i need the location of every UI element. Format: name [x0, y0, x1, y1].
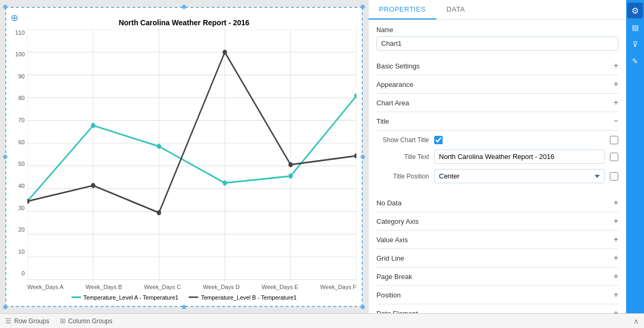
y-label: 100 — [12, 51, 25, 57]
title-position-checkbox[interactable] — [610, 172, 618, 181]
resize-handle-top[interactable] — [182, 5, 186, 9]
svg-point-19 — [91, 123, 95, 128]
section-appearance[interactable]: Appearance + — [376, 75, 618, 94]
name-field-group: Name — [376, 26, 618, 51]
section-chart-area[interactable]: Chart Area + — [376, 94, 618, 112]
y-label: 30 — [12, 205, 25, 211]
legend-item-b: Temperature_Level B - Temperature1 — [189, 294, 297, 301]
row-groups-icon: ☰ — [5, 317, 12, 325]
section-grid-line-label: Grid Line — [376, 254, 404, 262]
x-label: Week_Days C — [144, 284, 181, 290]
section-category-axis-toggle[interactable]: + — [614, 216, 618, 226]
x-label: Week_Days F — [320, 284, 356, 290]
y-axis: 110 100 90 80 70 60 50 40 30 20 10 0 — [12, 29, 27, 290]
title-text-input[interactable] — [434, 150, 605, 164]
x-label: Week_Days E — [262, 284, 299, 290]
column-groups-label: Column Groups — [68, 317, 113, 325]
right-sidebar: ⚙ ▤ ⊽ ✎ — [626, 0, 644, 313]
resize-handle-br[interactable] — [361, 305, 365, 309]
section-page-break[interactable]: Page Break + — [376, 267, 618, 286]
gear-icon-btn[interactable]: ⚙ — [627, 3, 643, 18]
section-position[interactable]: Position + — [376, 286, 618, 304]
chart-plot-area: Week_Days A Week_Days B Week_Days C Week… — [27, 29, 356, 290]
section-basic-settings-toggle[interactable]: + — [614, 61, 618, 71]
show-chart-title-row: Show Chart Title — [376, 136, 618, 144]
title-position-row: Title Position Center Left Right — [376, 169, 618, 183]
section-basic-settings[interactable]: Basic Settings + — [376, 57, 618, 75]
line-temp-a — [27, 96, 356, 201]
row-groups-item[interactable]: ☰ Row Groups — [5, 317, 49, 325]
resize-handle-tl[interactable] — [3, 5, 7, 9]
section-page-break-label: Page Break — [376, 273, 412, 281]
y-label: 60 — [12, 139, 25, 145]
title-section-body: Show Chart Title Title Text Title Positi… — [376, 131, 618, 194]
section-title[interactable]: Title − — [376, 112, 618, 131]
edit-icon-btn[interactable]: ✎ — [627, 53, 643, 69]
section-position-toggle[interactable]: + — [614, 290, 618, 300]
resize-handle-bottom[interactable] — [182, 305, 186, 309]
section-no-data-label: No Data — [376, 199, 402, 207]
resize-handle-left[interactable] — [3, 155, 7, 159]
name-label: Name — [376, 26, 618, 34]
y-label: 80 — [12, 95, 25, 101]
show-chart-title-checkbox[interactable] — [434, 136, 443, 144]
chart-move-icon[interactable]: ⊕ — [11, 12, 18, 24]
section-no-data-toggle[interactable]: + — [614, 198, 618, 207]
section-title-toggle[interactable]: − — [614, 116, 618, 126]
chart-wrapper[interactable]: ⊕ North Carolina Weather Report - 2016 1… — [5, 7, 363, 307]
collapse-icon[interactable]: ∧ — [633, 317, 639, 325]
x-label: Week_Days A — [27, 284, 64, 290]
row-groups-label: Row Groups — [14, 317, 49, 325]
tab-properties[interactable]: PROPERTIES — [369, 0, 436, 19]
title-text-checkbox[interactable] — [610, 153, 618, 161]
section-value-axis-toggle[interactable]: + — [614, 235, 618, 244]
panel-tabs: PROPERTIES DATA — [369, 0, 626, 20]
section-value-axis[interactable]: Value Axis + — [376, 231, 618, 249]
section-category-axis-label: Category Axis — [376, 217, 418, 225]
section-category-axis[interactable]: Category Axis + — [376, 212, 618, 231]
name-input[interactable] — [376, 36, 618, 51]
tab-data[interactable]: DATA — [436, 0, 476, 19]
svg-point-28 — [289, 162, 293, 167]
x-axis: Week_Days A Week_Days B Week_Days C Week… — [27, 282, 356, 290]
legend-item-a: Temperature_Level A - Temperature1 — [71, 294, 179, 301]
section-appearance-toggle[interactable]: + — [614, 79, 618, 89]
legend-label-b: Temperature_Level B - Temperature1 — [201, 294, 297, 301]
svg-point-29 — [354, 153, 356, 158]
x-label: Week_Days D — [203, 284, 240, 290]
column-groups-item[interactable]: ⊞ Column Groups — [60, 317, 113, 325]
section-grid-line-toggle[interactable]: + — [614, 253, 618, 263]
y-label: 0 — [12, 270, 25, 276]
section-value-axis-label: Value Axis — [376, 236, 408, 244]
section-grid-line[interactable]: Grid Line + — [376, 249, 618, 267]
y-label: 110 — [12, 29, 25, 36]
show-chart-title-label: Show Chart Title — [376, 136, 429, 144]
svg-point-21 — [222, 180, 227, 185]
resize-handle-bl[interactable] — [3, 305, 7, 309]
svg-point-25 — [91, 183, 95, 188]
section-no-data[interactable]: No Data + — [376, 194, 618, 212]
resize-handle-tr[interactable] — [361, 5, 365, 9]
section-data-element[interactable]: Data Element + — [376, 304, 618, 313]
show-chart-title-checkbox-2[interactable] — [610, 136, 618, 144]
chart-svg — [27, 29, 356, 282]
resize-handle-right[interactable] — [361, 155, 365, 159]
column-groups-icon: ⊞ — [60, 317, 66, 325]
section-appearance-label: Appearance — [376, 81, 413, 88]
title-text-row: Title Text — [376, 150, 618, 164]
chart-legend: Temperature_Level A - Temperature1 Tempe… — [12, 290, 356, 303]
y-label: 70 — [12, 117, 25, 123]
legend-label-a: Temperature_Level A - Temperature1 — [84, 294, 179, 301]
section-page-break-toggle[interactable]: + — [614, 272, 618, 281]
layers-icon-btn[interactable]: ▤ — [627, 19, 643, 35]
section-title-label: Title — [376, 117, 389, 125]
section-basic-settings-label: Basic Settings — [376, 62, 420, 70]
section-data-element-toggle[interactable]: + — [614, 309, 618, 313]
section-chart-area-toggle[interactable]: + — [614, 98, 618, 107]
y-label: 10 — [12, 249, 25, 255]
section-chart-area-label: Chart Area — [376, 99, 409, 107]
chart-svg-area — [27, 29, 356, 282]
filter-icon-btn[interactable]: ⊽ — [627, 36, 643, 52]
y-label: 40 — [12, 183, 25, 189]
title-position-select[interactable]: Center Left Right — [434, 169, 605, 183]
